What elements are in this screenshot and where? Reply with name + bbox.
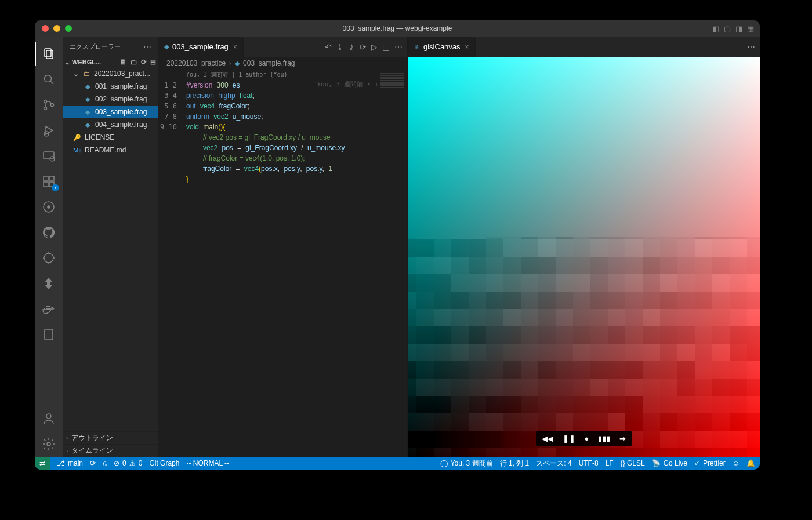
toggle-secondary-sidebar-icon[interactable]: ◨	[735, 24, 742, 33]
svg-rect-9	[44, 176, 48, 181]
file-row[interactable]: M↓README.md	[63, 144, 158, 157]
check-icon: ✓	[694, 459, 700, 467]
stats-icon[interactable]: ▮▮▮	[598, 434, 610, 443]
remote-indicator[interactable]: ⇄	[35, 457, 50, 470]
docker-icon[interactable]	[35, 296, 63, 322]
toggle-panel-icon[interactable]: ▢	[724, 24, 731, 33]
tab-preview[interactable]: 🗎 glslCanvas ×	[408, 37, 476, 57]
git-branch[interactable]: ⎇main	[57, 459, 83, 467]
file-row[interactable]: ◆004_sample.frag	[63, 118, 158, 131]
outline-section[interactable]: ›アウトライン	[63, 431, 158, 444]
tree-icon[interactable]	[35, 271, 63, 296]
rewind-icon[interactable]: ◀◀	[542, 434, 553, 443]
indentation[interactable]: スペース: 4	[536, 459, 571, 468]
maximize-window-button[interactable]	[65, 25, 72, 32]
chevron-right-icon: ›	[66, 435, 68, 441]
toggle-primary-sidebar-icon[interactable]: ◧	[712, 24, 719, 33]
timeline-section[interactable]: ›タイムライン	[63, 444, 158, 457]
git-action[interactable]: ⎌	[103, 459, 107, 467]
search-icon[interactable]	[35, 67, 63, 92]
minimap[interactable]	[378, 70, 407, 457]
file-row-selected[interactable]: ◆003_sample.frag	[63, 106, 158, 118]
code-editor[interactable]: You, 3 週間前 | 1 author (You) 1 2 3 4 5 6 …	[158, 70, 407, 457]
svg-rect-10	[44, 182, 48, 187]
glsl-preview[interactable]: ◀◀ ❚❚ ● ▮▮▮ ➡	[408, 57, 760, 457]
step2-icon[interactable]: ⤸	[348, 42, 355, 52]
glsl-file-icon: ◆	[84, 108, 92, 116]
run-debug-icon[interactable]	[35, 118, 63, 143]
explorer-toolbar: 🗎 🗀 ⟳ ⊟	[120, 58, 156, 66]
step3-icon[interactable]: ⟳	[360, 42, 367, 52]
collapse-icon[interactable]: ⊟	[150, 58, 156, 66]
git-graph-status[interactable]: Git Graph	[149, 459, 179, 467]
prettier-status[interactable]: ✓Prettier	[694, 459, 726, 467]
code-content[interactable]: #version 300 es precision highp float; o…	[182, 70, 407, 457]
project-section-header[interactable]: ⌄ WEBGL... 🗎 🗀 ⟳ ⊟	[63, 57, 158, 67]
eol[interactable]: LF	[606, 459, 614, 467]
file-row[interactable]: ◆002_sample.frag	[63, 93, 158, 106]
sync-button[interactable]: ⟳	[90, 459, 96, 467]
close-tab-icon[interactable]: ×	[233, 43, 237, 51]
preview-controls: ◀◀ ❚❚ ● ▮▮▮ ➡	[536, 431, 632, 446]
tab-bar: ◆ 003_sample.frag × ↶ ⤹ ⤸ ⟳ ▷ ◫ ⋯	[158, 37, 407, 57]
problems[interactable]: ⊘0 ⚠0	[114, 459, 142, 467]
more-icon[interactable]: ⋯	[747, 42, 755, 52]
split-icon[interactable]: ◫	[382, 42, 390, 52]
outline-label: アウトライン	[71, 433, 113, 443]
breadcrumb[interactable]: 20220103_practice › ◆ 003_sample.frag	[158, 57, 407, 70]
refresh-icon[interactable]: ⟳	[141, 58, 147, 66]
forward-icon[interactable]: ➡	[619, 434, 626, 443]
feedback-icon[interactable]: ☺	[733, 459, 740, 467]
customize-layout-icon[interactable]: ▦	[747, 24, 754, 33]
minimize-window-button[interactable]	[53, 25, 60, 32]
close-window-button[interactable]	[42, 25, 49, 32]
notebook-icon[interactable]	[35, 322, 63, 347]
titlebar: 003_sample.frag — webgl-example ◧ ▢ ◨ ▦	[35, 20, 760, 37]
sidebar-more-icon[interactable]: ⋯	[143, 42, 151, 52]
file-row[interactable]: ◆001_sample.frag	[63, 80, 158, 93]
blame-status[interactable]: ◯You, 3 週間前	[440, 459, 493, 468]
extensions-icon[interactable]: 7	[35, 169, 63, 194]
folder-label: 20220103_pract...	[94, 70, 150, 78]
file-row[interactable]: 🔑LICENSE	[63, 131, 158, 144]
sidebar-title: エクスプローラー	[70, 42, 121, 51]
editor-group-2: 🗎 glslCanvas × ⋯ ◀◀ ❚❚ ● ▮▮▮ ➡	[408, 37, 760, 457]
breadcrumb-file: 003_sample.frag	[243, 59, 295, 67]
folder-row[interactable]: ⌄ 🗀 20220103_pract...	[63, 67, 158, 80]
git-graph-icon[interactable]	[35, 194, 63, 220]
settings-icon[interactable]	[35, 431, 63, 457]
broadcast-icon: 📡	[652, 459, 661, 467]
svg-rect-1	[46, 50, 53, 59]
run-icon[interactable]: ▷	[371, 42, 378, 52]
glsl-file-icon: ◆	[235, 60, 240, 67]
svg-rect-19	[46, 306, 48, 307]
codelens[interactable]: You, 3 週間前 | 1 author (You)	[186, 71, 288, 79]
branch-icon: ⎇	[57, 459, 65, 467]
gitlens-icon[interactable]	[35, 245, 63, 271]
cursor-position[interactable]: 行 1, 列 1	[500, 459, 530, 468]
accounts-icon[interactable]	[35, 406, 63, 431]
source-control-icon[interactable]	[35, 92, 63, 118]
github-icon[interactable]	[35, 220, 63, 245]
language-mode[interactable]: {} GLSL	[621, 459, 645, 467]
new-file-icon[interactable]: 🗎	[120, 58, 127, 66]
file-label: LICENSE	[85, 133, 114, 141]
notifications-icon[interactable]: 🔔	[746, 459, 755, 467]
vim-mode: -- NORMAL --	[186, 459, 229, 467]
more-icon[interactable]: ⋯	[394, 42, 403, 52]
tab-editor[interactable]: ◆ 003_sample.frag ×	[158, 37, 244, 57]
new-folder-icon[interactable]: 🗀	[130, 58, 137, 66]
explorer-sidebar: エクスプローラー ⋯ ⌄ WEBGL... 🗎 🗀 ⟳ ⊟ ⌄ 🗀 202201…	[63, 37, 158, 457]
encoding[interactable]: UTF-8	[579, 459, 599, 467]
license-icon: 🔑	[73, 134, 81, 141]
pause-icon[interactable]: ❚❚	[563, 434, 575, 443]
revert-icon[interactable]: ↶	[325, 42, 332, 52]
explorer-icon[interactable]	[35, 41, 63, 67]
folder-icon: 🗀	[82, 70, 90, 77]
close-tab-icon[interactable]: ×	[465, 43, 469, 51]
remote-explorer-icon[interactable]	[35, 143, 63, 169]
record-icon[interactable]: ●	[585, 434, 589, 443]
file-label: 003_sample.frag	[95, 108, 147, 116]
step-icon[interactable]: ⤹	[336, 42, 343, 52]
go-live[interactable]: 📡Go Live	[652, 459, 687, 467]
